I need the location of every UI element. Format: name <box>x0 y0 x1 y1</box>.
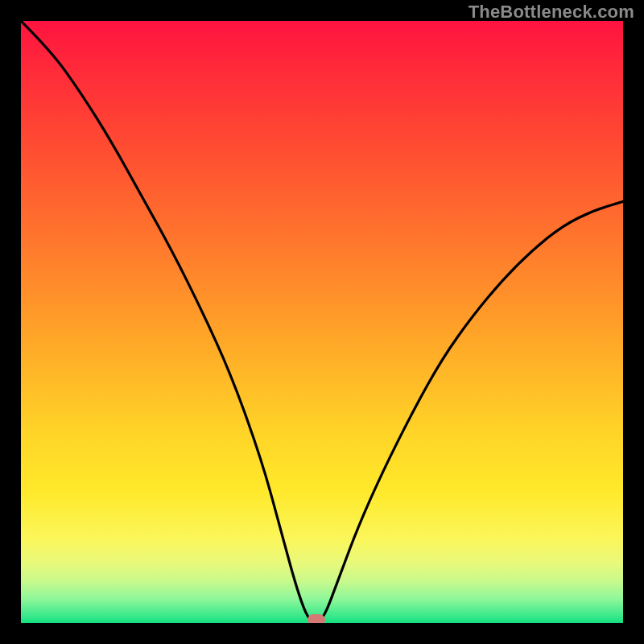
chart-frame: TheBottleneck.com <box>0 0 644 644</box>
watermark-text: TheBottleneck.com <box>469 2 634 23</box>
bottleneck-curve <box>21 21 623 623</box>
plot-area <box>21 21 623 623</box>
optimal-point-marker <box>308 614 325 623</box>
